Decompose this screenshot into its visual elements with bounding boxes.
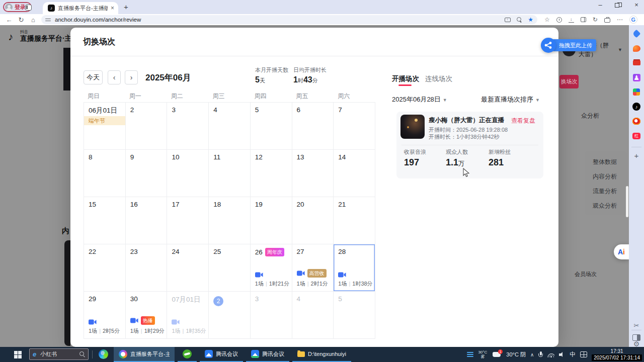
calendar-cell[interactable]: 6 [292, 103, 334, 150]
microphone-icon[interactable] [538, 351, 543, 358]
date-filter-dropdown[interactable]: 2025年06月28日▼ [392, 95, 447, 104]
refresh-history-icon[interactable]: ↻ [593, 16, 598, 23]
send-to-device-icon[interactable] [505, 18, 511, 22]
calendar-cell[interactable]: 15 [84, 197, 126, 244]
calendar-cell[interactable]: 23 [126, 244, 168, 292]
page-scrollbar[interactable] [626, 186, 628, 217]
calendar-cell[interactable]: 21 [334, 197, 375, 244]
camera-icon [255, 272, 263, 278]
douyin-icon[interactable] [632, 102, 641, 111]
calendar-cell[interactable]: 25 [209, 244, 251, 292]
calendar-cell[interactable]: 3 [167, 103, 209, 150]
calendar-cell[interactable]: 9 [126, 150, 168, 197]
calendar-cell[interactable]: 07月01日1场|1时35分 [167, 292, 209, 339]
temperature-widget[interactable]: 30°C雾 [478, 350, 487, 359]
add-extension-icon[interactable]: + [632, 151, 641, 160]
history-clock-icon[interactable] [556, 17, 562, 23]
edge-browser-icon[interactable] [99, 349, 108, 359]
more-menu-icon[interactable]: ⋯ [617, 16, 623, 23]
tab-live-sessions[interactable]: 开播场次 [392, 74, 419, 83]
taskbar-search-box[interactable]: e 小红书 [29, 348, 89, 360]
workspace-icon[interactable] [604, 18, 610, 23]
downloads-icon[interactable]: ↓ [569, 17, 574, 23]
tab-link-sessions[interactable]: 连线场次 [425, 74, 452, 83]
monitor-widget-icon[interactable] [467, 352, 473, 357]
calendar-cell[interactable]: 4 [292, 292, 334, 339]
calendar-cell[interactable]: 24 [167, 244, 209, 292]
reload-icon[interactable]: ↻ [15, 16, 27, 24]
calendar-cell[interactable]: 30热播1场|1时29分 [126, 292, 168, 339]
address-bar[interactable]: anchor.douyin.com/anchor/review ★ [41, 15, 537, 24]
next-month-button[interactable]: › [125, 70, 138, 84]
volume-icon[interactable] [559, 352, 565, 357]
taskbar-task[interactable]: 腾讯会议 [200, 347, 243, 362]
calendar-cell[interactable]: 14 [334, 150, 375, 197]
weather-text[interactable]: 30°C 阴 [506, 351, 526, 358]
bookmark-filled-icon[interactable]: ★ [528, 16, 533, 23]
browser-tab[interactable]: ♪ 直播服务平台-主播版 × [43, 2, 118, 14]
tab-search-icon[interactable] [25, 5, 32, 11]
clip-icon[interactable] [632, 44, 641, 53]
calendar-cell[interactable]: 291场|2时5分 [84, 292, 126, 339]
back-icon[interactable]: ← [3, 16, 15, 24]
calendar-cell[interactable]: 19 [251, 197, 292, 244]
taskbar-task[interactable]: 直播服务平台-主播... [114, 347, 175, 362]
calendar-cell[interactable]: 27高营收1场|2时1分 [292, 244, 334, 292]
taskbar-task[interactable]: D:\tengxunhuiyi [292, 347, 351, 362]
weibo-icon[interactable] [632, 117, 641, 126]
apps-icon[interactable] [632, 87, 641, 97]
site-settings-icon[interactable] [45, 18, 51, 22]
calendar-cell[interactable]: 5 [334, 292, 375, 339]
toolbox-icon[interactable] [632, 58, 641, 67]
session-card[interactable]: 瘦小梅（胖大雷）正在直播 查看复盘 开播时间：2025-06-28 19:28:… [396, 112, 543, 178]
calendar-cell[interactable]: 12 [251, 150, 292, 197]
taskbar-task[interactable]: 腾讯会议 [246, 347, 289, 362]
calendar-cell[interactable]: 17 [167, 197, 209, 244]
reading-list-icon[interactable] [581, 17, 586, 22]
prev-month-button[interactable]: ‹ [108, 70, 121, 84]
minimize-button[interactable]: – [597, 1, 604, 9]
calendar-cell[interactable]: 13 [292, 150, 334, 197]
ime-indicator[interactable]: 中 [570, 350, 576, 359]
new-tab-button[interactable]: + [124, 3, 128, 11]
google-account-avatar[interactable]: G [629, 16, 637, 24]
drag-upload-hint[interactable]: 拖拽至此上传 [541, 38, 596, 53]
calendar-cell[interactable]: 20 [292, 197, 334, 244]
calendar-cell[interactable]: 10 [167, 150, 209, 197]
tag-icon[interactable] [632, 29, 641, 38]
calendar-cell[interactable]: 11 [209, 150, 251, 197]
view-replay-link[interactable]: 查看复盘 [511, 117, 535, 125]
calendar-cell[interactable]: 2 [126, 103, 168, 150]
close-button[interactable]: × [633, 1, 640, 9]
calendar-cell[interactable]: 16 [126, 197, 168, 244]
calendar-cell[interactable]: 3 [251, 292, 292, 339]
tab-close-icon[interactable]: × [111, 5, 114, 12]
xhs-icon[interactable] [632, 131, 641, 140]
keyboard-layout-icon[interactable] [580, 351, 587, 357]
calendar-cell[interactable]: 18 [209, 197, 251, 244]
calendar-cell[interactable]: 7 [334, 103, 375, 150]
calendar-cell[interactable]: 2 [209, 292, 251, 339]
calendar-cell[interactable]: 26周年庆1场|1时21分 [251, 244, 292, 292]
tray-expand-icon[interactable]: ∧ [530, 352, 534, 357]
chess-icon[interactable] [632, 73, 641, 82]
sort-filter-dropdown[interactable]: 最新直播场次排序▼ [481, 95, 540, 104]
ai-assistant-button[interactable]: Ai [614, 244, 629, 259]
calendar-cell[interactable]: 22 [84, 244, 126, 292]
favorites-icon[interactable]: ☆ [544, 16, 550, 23]
taskbar-task[interactable] [178, 347, 197, 362]
restore-button[interactable] [615, 3, 622, 8]
calendar-cell[interactable]: 5 [251, 103, 292, 150]
wifi-icon[interactable] [547, 352, 554, 357]
calendar-cell[interactable]: 4 [209, 103, 251, 150]
calendar-cell[interactable]: 281场|1时38分 [334, 244, 375, 292]
start-menu-button[interactable] [14, 351, 22, 358]
weather-cloud-icon[interactable]: 1 [492, 351, 502, 357]
cut-icon[interactable]: ✂ [632, 321, 641, 330]
zoom-icon[interactable] [517, 17, 522, 22]
taskbar-clock[interactable]: 17:31 2025/07/02 17:31:14 [592, 348, 642, 361]
calendar-cell[interactable]: 8 [84, 150, 126, 197]
calendar-cell[interactable]: 06月01日端午节 [84, 103, 126, 150]
home-icon[interactable]: ⌂ [27, 16, 39, 24]
today-button[interactable]: 今天 [84, 70, 103, 84]
